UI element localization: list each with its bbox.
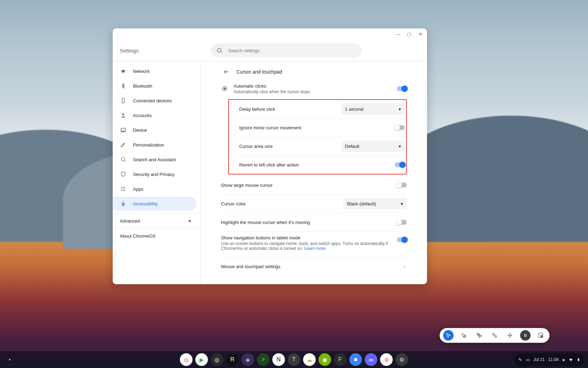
- shelf-app-chrome[interactable]: ◎: [180, 353, 192, 366]
- shelf-app-play-store[interactable]: ▶: [195, 353, 208, 366]
- shelf-app-app-f[interactable]: F: [334, 353, 346, 366]
- window-maximize-button[interactable]: ▢: [405, 30, 413, 38]
- svg-rect-23: [526, 334, 526, 337]
- apps-grid-icon: [120, 185, 127, 192]
- setting-label: Revert to left click after action: [239, 162, 389, 168]
- cursor-area-dropdown[interactable]: Default ▾: [342, 141, 405, 152]
- autoclick-drag-icon[interactable]: [489, 330, 500, 341]
- mouse-touchpad-settings-link[interactable]: Mouse and touchpad settings ›: [221, 257, 407, 275]
- laptop-icon: [120, 127, 127, 134]
- sidebar-item-apps[interactable]: Apps: [113, 182, 197, 196]
- autoclick-toolbar[interactable]: [440, 328, 550, 343]
- highlight-moving-toggle[interactable]: [397, 220, 407, 225]
- large-cursor-toggle[interactable]: [397, 183, 407, 188]
- svg-rect-22: [524, 334, 525, 337]
- chevron-down-icon: ▾: [401, 201, 403, 206]
- svg-point-19: [464, 336, 466, 338]
- sidebar-item-accounts[interactable]: Accounts: [113, 108, 197, 122]
- svg-point-12: [124, 189, 125, 190]
- shield-icon: [120, 171, 127, 178]
- learn-more-link[interactable]: Learn more: [304, 246, 326, 251]
- shelf-app-nvidia[interactable]: ◉: [318, 353, 331, 366]
- svg-rect-4: [121, 128, 125, 131]
- shelf-app-terminal[interactable]: >: [257, 353, 270, 366]
- shelf-app-app-cloud[interactable]: ☁: [303, 353, 316, 366]
- sidebar-item-bluetooth[interactable]: Bluetooth: [113, 79, 197, 93]
- search-assist-icon: [120, 156, 127, 163]
- cursor-color-dropdown[interactable]: Black (default) ▾: [344, 198, 407, 209]
- sidebar-item-security-privacy[interactable]: Security and Privacy: [113, 167, 197, 181]
- stylus-icon: ✎: [518, 357, 522, 362]
- sidebar-about-label: About ChromeOS: [120, 233, 156, 239]
- svg-point-3: [122, 114, 124, 115]
- setting-label: Cursor color: [221, 201, 338, 206]
- phone-icon: [120, 97, 127, 104]
- shelf: ◎▶◍R◆>NT☁◉F■ᵯ⊚⚙ ✎ ▭ Jul 21 11:04 ●: [0, 351, 588, 368]
- sidebar-advanced-toggle[interactable]: Advanced ▾: [113, 213, 200, 228]
- revert-left-toggle[interactable]: [395, 162, 405, 167]
- setting-highlight-moving-cursor: Highlight the mouse cursor when it's mov…: [221, 213, 407, 232]
- setting-label: Delay before click: [239, 107, 336, 112]
- shelf-app-mastodon[interactable]: ᵯ: [365, 353, 377, 366]
- autoclick-double-click-icon[interactable]: [474, 330, 484, 341]
- setting-label: Automatic clicks: [234, 83, 391, 89]
- battery-status-icon: [577, 357, 580, 362]
- shelf-apps: ◎▶◍R◆>NT☁◉F■ᵯ⊚⚙: [180, 353, 408, 366]
- setting-sublabel: Automatically click when the cursor stop…: [234, 89, 391, 94]
- ignore-movement-toggle[interactable]: [395, 125, 405, 130]
- back-button[interactable]: [221, 67, 232, 77]
- shelf-app-app-blue[interactable]: ■: [349, 353, 362, 366]
- chevron-down-icon: ▾: [399, 107, 401, 112]
- svg-point-8: [123, 187, 124, 188]
- sidebar-item-connected-devices[interactable]: Connected devices: [113, 94, 197, 108]
- setting-ignore-minor-movement: Ignore minor cursor movement: [236, 118, 406, 137]
- sidebar-item-label: Security and Privacy: [133, 172, 175, 177]
- shelf-app-app-ring[interactable]: ⊚: [380, 353, 393, 366]
- shelf-app-notion[interactable]: N: [272, 353, 285, 366]
- autoclick-left-click-icon[interactable]: [443, 330, 454, 341]
- chevron-down-icon: ▾: [399, 144, 401, 149]
- person-icon: [120, 112, 127, 119]
- svg-point-26: [9, 359, 10, 360]
- sidebar-item-search-assistant[interactable]: Search and Assistant: [113, 152, 197, 166]
- tablet-nav-toggle[interactable]: [397, 237, 407, 242]
- shelf-app-app-t[interactable]: T: [288, 353, 300, 366]
- svg-point-14: [123, 190, 124, 191]
- svg-point-11: [123, 189, 124, 190]
- shelf-app-app-circle[interactable]: ◍: [211, 353, 223, 366]
- shelf-app-app-r[interactable]: R: [226, 353, 239, 366]
- autoclick-position-icon[interactable]: [536, 330, 546, 341]
- close-icon: ✕: [419, 32, 422, 37]
- search-input[interactable]: [227, 48, 356, 54]
- svg-point-10: [121, 189, 122, 190]
- sidebar-advanced-label: Advanced: [120, 218, 140, 224]
- setting-sublabel: Use on-screen buttons to navigate home, …: [221, 241, 391, 251]
- autoclick-scroll-icon[interactable]: [505, 330, 515, 341]
- svg-rect-20: [493, 334, 495, 335]
- svg-point-7: [121, 187, 122, 188]
- chevron-down-icon: ▾: [189, 218, 191, 224]
- shelf-app-obsidian[interactable]: ◆: [241, 353, 254, 366]
- automatic-clicks-toggle[interactable]: [397, 86, 407, 91]
- accessibility-icon: [120, 200, 127, 207]
- delay-dropdown[interactable]: 1 second ▾: [342, 103, 405, 115]
- status-tray[interactable]: ✎ ▭ Jul 21 11:04 ●: [514, 353, 584, 366]
- setting-automatic-clicks: Automatic clicks Automatically click whe…: [221, 80, 407, 98]
- maximize-icon: ▢: [407, 32, 411, 37]
- search-container[interactable]: [211, 43, 362, 57]
- window-minimize-button[interactable]: —: [394, 30, 402, 38]
- page-header: Cursor and touchpad: [221, 64, 407, 80]
- sidebar-item-network[interactable]: Network: [113, 64, 197, 78]
- autoclick-right-click-icon[interactable]: [458, 330, 469, 341]
- sidebar-item-personalization[interactable]: Personalization: [113, 138, 197, 152]
- sidebar-about[interactable]: About ChromeOS: [113, 229, 200, 243]
- sidebar-item-label: Connected devices: [133, 98, 172, 103]
- shelf-app-settings[interactable]: ⚙: [396, 353, 408, 366]
- svg-point-18: [224, 88, 225, 90]
- window-close-button[interactable]: ✕: [416, 30, 424, 38]
- sidebar-item-accessibility[interactable]: Accessibility: [113, 197, 197, 211]
- launcher-button[interactable]: [4, 353, 16, 366]
- sidebar-item-device[interactable]: Device: [113, 123, 197, 137]
- sidebar-item-label: Apps: [133, 186, 144, 192]
- autoclick-pause-icon[interactable]: [520, 330, 531, 341]
